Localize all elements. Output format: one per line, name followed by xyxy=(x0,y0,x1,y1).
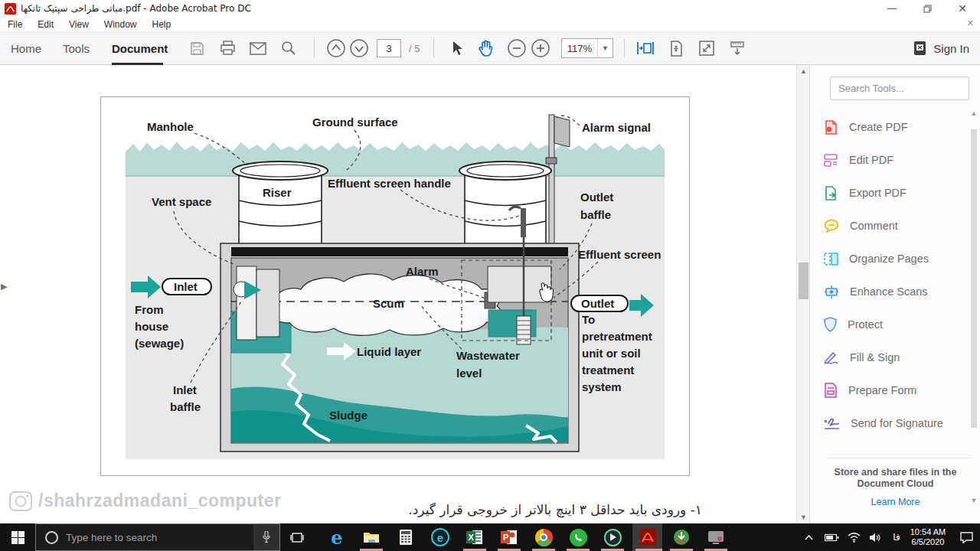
outlet-baffle-label-2: baffle xyxy=(580,208,611,221)
sidebar-scrollbar-thumb[interactable] xyxy=(971,129,977,428)
tools-sidebar: Create PDF Edit PDF Export PDF Comment O… xyxy=(809,65,980,523)
sidebar-item-export-pdf[interactable]: Export PDF xyxy=(824,179,962,207)
document-close-icon[interactable]: ✕ xyxy=(967,18,974,28)
fit-page-icon xyxy=(668,41,684,57)
toolbar-separator xyxy=(314,39,315,57)
speaker-icon xyxy=(870,533,882,543)
taskbar-file-explorer[interactable] xyxy=(356,523,387,551)
sidebar-item-prepare-form[interactable]: Prepare Form xyxy=(824,377,962,404)
sidebar-item-create-pdf[interactable]: Create PDF xyxy=(824,113,962,141)
tab-tools[interactable]: Tools xyxy=(63,32,90,65)
alarm-label: Alarm xyxy=(406,265,439,278)
zoom-out-icon xyxy=(507,38,527,58)
tab-home[interactable]: Home xyxy=(11,32,41,65)
hand-tool-button[interactable] xyxy=(472,35,498,61)
taskbar-idm[interactable] xyxy=(666,523,697,551)
search-tools-input[interactable] xyxy=(830,77,969,100)
restore-button[interactable] xyxy=(910,0,945,17)
tray-clock[interactable]: 10:54 AM 6/5/2020 xyxy=(906,523,950,551)
zoom-out-button[interactable] xyxy=(504,35,530,61)
close-button[interactable]: ✕ xyxy=(945,0,980,17)
select-tool-button[interactable] xyxy=(444,35,470,61)
cursor-icon xyxy=(451,41,463,56)
menu-window[interactable]: Window xyxy=(96,19,145,30)
svg-text:P: P xyxy=(503,533,508,542)
scroll-mode-button[interactable] xyxy=(724,35,750,61)
taskbar-excel[interactable]: X xyxy=(459,523,490,551)
page-number-input[interactable]: 3 xyxy=(377,39,401,57)
email-button[interactable] xyxy=(245,35,271,61)
document-scrollbar[interactable]: ▲ ▼ xyxy=(796,65,809,523)
next-page-button[interactable] xyxy=(346,35,372,61)
tray-volume[interactable] xyxy=(865,523,887,551)
send-signature-icon xyxy=(824,416,840,430)
menu-edit[interactable]: Edit xyxy=(30,19,61,30)
scroll-up-icon[interactable]: ▲ xyxy=(797,65,810,77)
fit-page-button[interactable] xyxy=(663,35,689,61)
eitaa-icon: e xyxy=(431,528,449,546)
sidebar-item-send-for-signature[interactable]: Send for Signature xyxy=(824,409,962,437)
zoom-in-button[interactable] xyxy=(528,35,554,61)
taskbar-eitaa[interactable]: e xyxy=(425,523,456,551)
taskbar-edge[interactable]: e xyxy=(322,523,352,551)
taskbar-calculator[interactable] xyxy=(390,523,421,551)
sidebar-item-fill-sign[interactable]: Fill & Sign xyxy=(824,344,962,371)
taskbar-chrome[interactable] xyxy=(528,523,559,551)
riser-left xyxy=(233,161,328,244)
sidebar-scrollbar[interactable]: ▲ ▼ xyxy=(969,109,978,507)
taskbar-acrobat[interactable] xyxy=(632,523,662,551)
fullscreen-button[interactable] xyxy=(694,35,720,61)
sidebar-item-protect[interactable]: Protect xyxy=(824,311,962,338)
panel-expand-icon[interactable]: ▶ xyxy=(1,282,7,292)
alarm-panel xyxy=(554,116,570,147)
liquid-layer-label: Liquid layer xyxy=(357,345,421,358)
sidebar-item-enhance-scans[interactable]: Enhance Scans xyxy=(824,278,962,305)
menu-help[interactable]: Help xyxy=(145,19,179,30)
fullscreen-icon xyxy=(699,41,714,56)
tray-language-indicator[interactable]: فا xyxy=(887,523,906,551)
sidebar-item-edit-pdf[interactable]: Edit PDF xyxy=(824,146,962,174)
tool-label: Create PDF xyxy=(849,121,908,133)
sidebar-item-organize-pages[interactable]: Organize Pages xyxy=(824,245,962,272)
ruler-scroll-icon xyxy=(729,41,746,57)
zoom-level-dropdown[interactable]: 117% ▼ xyxy=(561,38,613,58)
sidebar-item-comment[interactable]: Comment xyxy=(824,212,962,240)
chevron-down-icon: ▼ xyxy=(597,39,612,57)
tray-battery[interactable] xyxy=(821,523,842,551)
task-view-button[interactable] xyxy=(282,523,312,551)
tool-label: Edit PDF xyxy=(849,154,893,166)
taskbar-screen-recorder[interactable] xyxy=(701,523,731,551)
clock-time: 10:54 AM xyxy=(906,527,950,537)
scrollbar-thumb[interactable] xyxy=(799,262,808,299)
camtasia-icon xyxy=(604,529,622,546)
learn-more-link[interactable]: Learn More xyxy=(818,497,973,507)
start-button[interactable] xyxy=(0,523,35,551)
action-center-icon xyxy=(960,532,973,543)
print-button[interactable] xyxy=(214,35,240,61)
tray-wifi[interactable] xyxy=(843,523,864,551)
sidebar-scroll-up-icon[interactable]: ▲ xyxy=(969,109,978,120)
scroll-down-icon[interactable]: ▼ xyxy=(797,511,810,523)
find-button[interactable] xyxy=(276,35,302,61)
chevron-up-icon xyxy=(805,535,813,540)
sign-in-button[interactable]: Sign In xyxy=(913,35,969,61)
tray-expand-button[interactable] xyxy=(799,523,818,551)
minimize-button[interactable]: — xyxy=(874,0,910,17)
fit-width-button[interactable] xyxy=(632,35,658,61)
taskbar-camtasia[interactable] xyxy=(597,523,628,551)
tab-document[interactable]: Document xyxy=(112,32,168,65)
tool-label: Enhance Scans xyxy=(850,285,928,298)
screen-recorder-icon xyxy=(707,530,724,544)
cortana-icon xyxy=(45,531,58,544)
microphone-button[interactable] xyxy=(253,524,279,550)
previous-page-button[interactable] xyxy=(323,35,349,61)
menu-file[interactable]: File xyxy=(0,19,30,30)
tool-label: Prepare Form xyxy=(848,384,916,396)
save-button[interactable] xyxy=(184,35,210,61)
menu-view[interactable]: View xyxy=(61,19,96,30)
device-icon xyxy=(913,41,926,56)
taskbar-powerpoint[interactable]: P xyxy=(494,523,524,551)
taskbar-whatsapp[interactable] xyxy=(563,523,593,551)
action-center-button[interactable] xyxy=(954,523,978,551)
taskbar-search-box[interactable]: Type here to search xyxy=(35,523,280,551)
